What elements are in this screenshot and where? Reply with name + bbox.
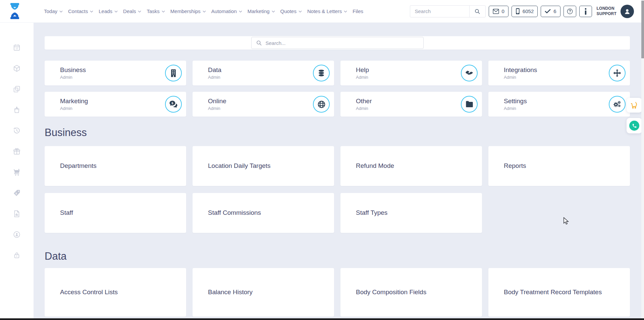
module-search [251, 37, 424, 49]
nav-item-quotes[interactable]: Quotes [280, 8, 302, 14]
history-icon [13, 127, 21, 135]
category-subtitle: Admin [504, 106, 527, 111]
module-card-staff-commissions[interactable]: Staff Commissions [193, 193, 334, 233]
category-subtitle: Admin [208, 106, 226, 111]
question-icon [567, 8, 573, 15]
chevron-down-icon [114, 10, 118, 13]
category-card-data[interactable]: DataAdmin [193, 61, 334, 85]
nav-item-label: Memberships [170, 8, 201, 14]
module-card-access-control-lists[interactable]: Access Control Lists [45, 268, 186, 317]
category-card-business[interactable]: BusinessAdmin [45, 61, 186, 85]
sidebar-item-report[interactable] [13, 210, 21, 218]
person-icon [624, 8, 631, 15]
check-icon [545, 9, 551, 14]
header-search-input[interactable] [410, 6, 469, 17]
sidebar-item-history[interactable] [13, 127, 21, 135]
category-title: Integrations [504, 66, 537, 74]
hourglass-logo[interactable] [8, 3, 21, 19]
module-card-refund-mode[interactable]: Refund Mode [340, 146, 482, 186]
category-card-settings[interactable]: SettingsAdmin [488, 92, 630, 117]
header-question-button[interactable] [564, 6, 576, 17]
category-title: Settings [504, 98, 527, 105]
category-icon-ring [609, 96, 626, 113]
category-card-help[interactable]: HelpAdmin [340, 61, 482, 85]
module-card-title: Balance History [208, 288, 253, 297]
category-icon-ring: $ [165, 96, 182, 113]
category-card-other[interactable]: OtherAdmin [340, 92, 482, 117]
sidebar-item-user-circle[interactable] [13, 231, 21, 239]
page-scrollbar[interactable] [641, 0, 644, 320]
nav-item-label: Quotes [280, 8, 297, 14]
nav-item-deals[interactable]: Deals [123, 8, 141, 14]
cart-filled-icon [13, 168, 21, 176]
main-content: BusinessAdminDataAdminHelpAdminIntegrati… [34, 22, 644, 320]
sidebar-item-lock[interactable] [13, 251, 21, 259]
sidebar-item-copy[interactable] [13, 85, 21, 93]
sidebar-item-gift[interactable] [13, 147, 21, 155]
gift-icon [13, 147, 21, 155]
globe-icon [317, 100, 326, 109]
category-icon-ring [461, 65, 478, 81]
header-envelope-button[interactable]: 0 [489, 6, 508, 17]
chevron-down-icon [162, 10, 165, 13]
category-card-integrations[interactable]: IntegrationsAdmin [488, 61, 630, 85]
building-icon [170, 69, 177, 77]
nav-item-automation[interactable]: Automation [211, 8, 242, 14]
chevron-down-icon [138, 10, 141, 13]
nav-item-memberships[interactable]: Memberships [170, 8, 206, 14]
user-location-label: LONDON SUPPORT [597, 6, 616, 16]
search-button[interactable] [469, 6, 485, 17]
nav-item-label: Notes & Letters [307, 8, 342, 14]
header-info-button[interactable] [579, 6, 592, 17]
nav-item-marketing[interactable]: Marketing [248, 8, 275, 14]
chevron-down-icon [344, 10, 347, 13]
floating-cart-button[interactable] [627, 98, 642, 113]
module-card-staff[interactable]: Staff [45, 193, 186, 233]
category-card-marketing[interactable]: MarketingAdmin$ [45, 92, 186, 117]
module-card-body-composition-fields[interactable]: Body Composition Fields [340, 268, 482, 317]
module-search-input[interactable] [265, 40, 419, 46]
module-card-title: Staff [60, 208, 73, 217]
category-title: Online [208, 98, 226, 105]
module-card-staff-types[interactable]: Staff Types [340, 193, 482, 233]
sidebar-item-cube[interactable] [13, 64, 21, 72]
nav-item-tasks[interactable]: Tasks [147, 8, 165, 14]
section-title: Business [45, 126, 630, 139]
search-icon [474, 8, 480, 14]
nav-item-today[interactable]: Today [44, 8, 63, 14]
svg-text:12: 12 [15, 47, 18, 50]
header-search [410, 5, 486, 17]
category-grid: BusinessAdminDataAdminHelpAdminIntegrati… [45, 61, 630, 117]
sidebar-item-calendar[interactable]: 12 [13, 44, 21, 52]
phone-icon [629, 121, 639, 131]
nav-item-label: Tasks [147, 8, 159, 14]
module-card-title: Departments [60, 162, 97, 171]
user-avatar[interactable] [621, 5, 634, 18]
nav-item-files[interactable]: Files [353, 8, 363, 14]
module-card-title: Staff Types [356, 208, 387, 217]
nav-item-label: Today [44, 8, 57, 14]
nav-item-leads[interactable]: Leads [99, 8, 118, 14]
header-check-button[interactable]: 6 [541, 6, 560, 17]
scrollbar-thumb[interactable] [641, 1, 644, 58]
nav-item-contacts[interactable]: Contacts [68, 8, 93, 14]
module-card-reports[interactable]: Reports [488, 146, 630, 186]
module-card-departments[interactable]: Departments [45, 146, 186, 186]
category-card-online[interactable]: OnlineAdmin [193, 92, 334, 117]
category-subtitle: Admin [356, 106, 372, 111]
chevron-down-icon [203, 10, 206, 13]
badge-count: 6 [553, 8, 556, 14]
calendar-icon: 12 [13, 44, 21, 52]
floating-chat-button[interactable] [627, 118, 642, 133]
module-card-body-treatment-record-templates[interactable]: Body Treatment Record Templates [488, 268, 630, 317]
header-mobile-button[interactable]: 6052 [512, 6, 538, 17]
sidebar-item-price-tag[interactable]: $ [13, 189, 21, 197]
nav-item-notes-letters[interactable]: Notes & Letters [307, 8, 347, 14]
module-card-title: Reports [504, 162, 526, 171]
category-title: Other [356, 98, 372, 105]
price-tag-icon: $ [13, 189, 21, 197]
sidebar-item-cart-filled[interactable] [13, 168, 21, 176]
module-card-balance-history[interactable]: Balance History [193, 268, 334, 317]
sidebar-item-bag-in[interactable] [13, 106, 21, 114]
module-card-location-daily-targets[interactable]: Location Daily Targets [193, 146, 334, 186]
